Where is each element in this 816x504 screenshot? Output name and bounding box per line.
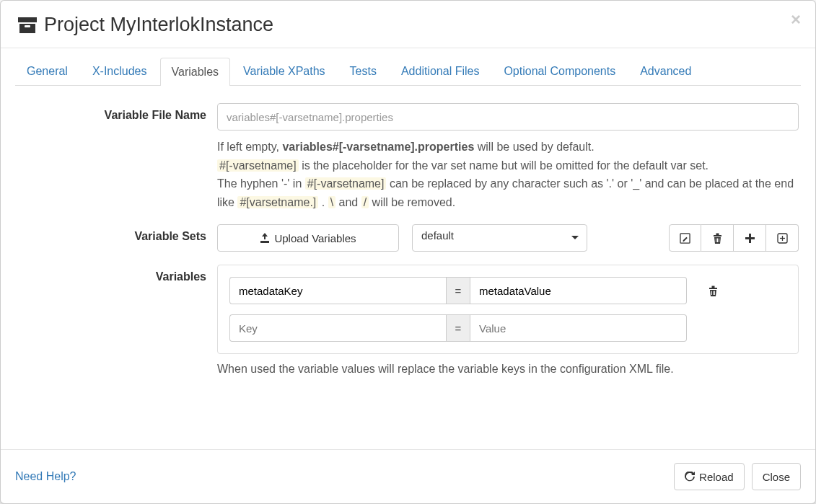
variable-value-input[interactable] (470, 277, 687, 304)
plus-square-icon (777, 233, 788, 244)
modal-body: General X-Includes Variables Variable XP… (1, 48, 815, 449)
svg-rect-11 (745, 237, 755, 239)
variable-row: = (229, 277, 786, 304)
expand-set-button[interactable] (766, 224, 799, 252)
svg-rect-15 (709, 288, 717, 289)
tab-variable-xpaths[interactable]: Variable XPaths (232, 57, 337, 85)
variables-box: = = (217, 265, 799, 354)
tab-general[interactable]: General (15, 57, 79, 85)
variable-value-input-new[interactable] (470, 314, 687, 342)
svg-rect-7 (716, 238, 716, 242)
variable-file-name-input[interactable] (217, 103, 799, 131)
close-icon[interactable]: × (791, 11, 801, 28)
equals-badge: = (446, 277, 470, 304)
plus-icon (745, 234, 755, 243)
variable-key-input[interactable] (229, 277, 446, 304)
edit-icon (680, 233, 690, 244)
svg-rect-9 (719, 238, 719, 242)
refresh-icon (685, 472, 695, 482)
edit-set-button[interactable] (669, 224, 701, 252)
tab-additional-files[interactable]: Additional Files (390, 57, 491, 85)
variables-footnote: When used the variable values will repla… (217, 363, 799, 376)
upload-icon (260, 233, 270, 243)
modal-header: Project MyInterlokInstance × (1, 1, 815, 48)
variable-row-new: = (229, 314, 786, 342)
variable-key-input-new[interactable] (229, 314, 446, 342)
file-name-help: If left empty, variables#[-varsetname].p… (217, 138, 799, 211)
svg-rect-2 (25, 25, 30, 27)
svg-rect-16 (712, 286, 715, 288)
row-variables: Variables = = (15, 265, 801, 376)
svg-rect-17 (711, 291, 712, 295)
delete-variable-button[interactable] (708, 286, 718, 296)
reload-button[interactable]: Reload (674, 463, 745, 490)
label-variable-file-name: Variable File Name (15, 103, 217, 211)
tab-optional-components[interactable]: Optional Components (492, 57, 627, 85)
archive-icon (18, 17, 37, 33)
equals-badge: = (446, 314, 470, 342)
svg-rect-8 (717, 238, 718, 242)
variable-set-select[interactable]: default (412, 224, 587, 252)
trash-icon (708, 286, 718, 296)
svg-rect-3 (260, 241, 269, 243)
need-help-link[interactable]: Need Help? (15, 470, 76, 483)
variable-set-actions (669, 224, 799, 252)
label-variable-sets: Variable Sets (15, 224, 217, 252)
tab-bar: General X-Includes Variables Variable XP… (15, 57, 801, 86)
tab-advanced[interactable]: Advanced (628, 57, 703, 85)
tab-xincludes[interactable]: X-Includes (81, 57, 159, 85)
modal-title: Project MyInterlokInstance (44, 14, 273, 36)
label-variables: Variables (15, 265, 217, 376)
svg-rect-6 (716, 233, 719, 235)
upload-variables-button[interactable]: Upload Variables (217, 224, 399, 252)
close-button[interactable]: Close (752, 463, 801, 490)
svg-rect-1 (19, 24, 35, 33)
svg-rect-0 (18, 17, 37, 22)
row-variable-sets: Variable Sets Upload Variables default (15, 224, 801, 252)
svg-rect-5 (714, 235, 721, 236)
svg-rect-18 (713, 291, 714, 295)
svg-rect-19 (714, 291, 715, 295)
delete-set-button[interactable] (701, 224, 734, 252)
modal-footer: Need Help? Reload Close (1, 449, 815, 503)
tab-variables[interactable]: Variables (160, 58, 231, 86)
add-set-button[interactable] (734, 224, 766, 252)
project-modal: Project MyInterlokInstance × General X-I… (0, 0, 816, 504)
form-body: Variable File Name If left empty, variab… (15, 86, 801, 396)
trash-icon (713, 233, 722, 244)
row-variable-file-name: Variable File Name If left empty, variab… (15, 103, 801, 211)
tab-tests[interactable]: Tests (338, 57, 388, 85)
